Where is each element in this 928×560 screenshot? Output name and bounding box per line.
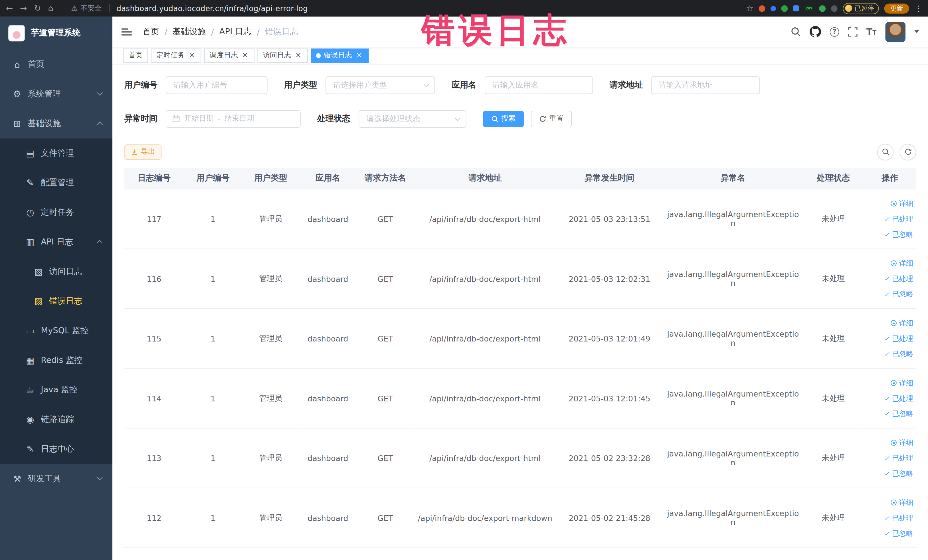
user-type-select[interactable]: 请选择用户类型 bbox=[325, 76, 435, 94]
tab-0[interactable]: 首页 bbox=[123, 48, 148, 63]
ignored-link[interactable]: ✓已忽略 bbox=[867, 346, 913, 362]
breadcrumb-item[interactable]: API 日志 bbox=[219, 26, 252, 37]
sidebar-item-config-management[interactable]: ✎配置管理 bbox=[0, 168, 112, 198]
paused-badge[interactable]: 已暂停 bbox=[843, 3, 879, 14]
cell-method: GET bbox=[357, 189, 414, 249]
browser-menu-icon[interactable]: ⋮ bbox=[914, 4, 922, 12]
sidebar-item-log-center[interactable]: ✎日志中心 bbox=[0, 435, 112, 464]
ignored-link[interactable]: ✓已忽略 bbox=[867, 287, 913, 302]
process-status-select[interactable]: 请选择处理状态 bbox=[359, 110, 466, 128]
detail-link[interactable]: 详细 bbox=[867, 435, 913, 450]
update-button[interactable]: 更新 bbox=[884, 3, 909, 13]
column-header: 请求方法名 bbox=[357, 168, 414, 189]
cell-url: /api/infra/db-doc/export-html bbox=[414, 309, 556, 369]
detail-link[interactable]: 详细 bbox=[867, 256, 913, 271]
reload-icon[interactable]: ↻ bbox=[34, 4, 41, 12]
detail-link[interactable]: 详细 bbox=[867, 375, 913, 391]
processed-link[interactable]: ✓已处理 bbox=[867, 450, 913, 466]
log-center-icon: ✎ bbox=[25, 444, 35, 455]
ignored-link[interactable]: ✓已忽略 bbox=[867, 525, 913, 541]
extension-on-badge[interactable]: on bbox=[804, 6, 814, 11]
tab-1[interactable]: 定时任务× bbox=[151, 48, 201, 63]
close-icon[interactable]: × bbox=[241, 51, 249, 60]
sidebar-item-api-logs[interactable]: ▥API 日志 bbox=[0, 227, 112, 257]
ignored-link[interactable]: ✓已忽略 bbox=[867, 227, 913, 242]
tab-4[interactable]: 错误日志× bbox=[311, 48, 369, 63]
back-icon[interactable]: ← bbox=[6, 4, 13, 12]
close-icon[interactable]: × bbox=[188, 51, 196, 60]
close-icon[interactable]: × bbox=[294, 51, 302, 60]
extension-icon[interactable] bbox=[831, 5, 838, 12]
sidebar-item-java-monitor[interactable]: ☕Java 监控 bbox=[0, 375, 112, 405]
processed-link[interactable]: ✓已处理 bbox=[867, 391, 913, 406]
paused-label: 已暂停 bbox=[855, 4, 874, 12]
processed-link[interactable]: ✓已处理 bbox=[867, 271, 913, 287]
sidebar-item-label: Java 监控 bbox=[41, 385, 78, 395]
hamburger-icon[interactable] bbox=[121, 28, 132, 35]
cell-actions: 详细✓已处理✓已忽略 bbox=[864, 428, 916, 488]
check-icon: ✓ bbox=[884, 530, 890, 537]
extension-icon[interactable] bbox=[781, 5, 788, 12]
detail-link[interactable]: 详细 bbox=[867, 196, 913, 211]
github-icon[interactable] bbox=[810, 26, 821, 37]
url-bar[interactable]: dashboard.yudao.iocoder.cn/infra/log/api… bbox=[116, 4, 308, 12]
date-range-picker[interactable]: 开始日期 - 结束日期 bbox=[166, 110, 301, 128]
extension-icon[interactable] bbox=[793, 5, 799, 11]
sidebar-item-file-management[interactable]: ▤文件管理 bbox=[0, 138, 112, 168]
chevron-down-icon bbox=[97, 475, 103, 481]
reset-button[interactable]: 重置 bbox=[531, 110, 572, 127]
avatar[interactable] bbox=[885, 22, 906, 42]
sidebar-item-label: 基础设施 bbox=[28, 118, 61, 129]
export-button[interactable]: 导出 bbox=[124, 144, 162, 159]
home-icon[interactable]: ⌂ bbox=[48, 4, 53, 12]
sidebar-item-infrastructure[interactable]: ⊞基础设施 bbox=[0, 109, 112, 139]
detail-link[interactable]: 详细 bbox=[867, 495, 913, 510]
cell-user_type: 管理员 bbox=[242, 249, 299, 309]
security-indicator[interactable]: ⚠ 不安全 bbox=[71, 3, 102, 13]
sidebar-item-access-logs[interactable]: ▧访问日志 bbox=[0, 257, 112, 287]
font-size-icon[interactable]: TT bbox=[866, 26, 876, 37]
check-icon: ✓ bbox=[884, 231, 890, 238]
extension-icon[interactable] bbox=[771, 6, 776, 11]
cell-time: 2021-05-02 21:45:28 bbox=[556, 488, 663, 548]
sidebar-item-system-management[interactable]: ⚙系统管理 bbox=[0, 79, 112, 109]
search-button[interactable]: 搜索 bbox=[483, 110, 524, 127]
breadcrumb-item[interactable]: 基础设施 bbox=[172, 26, 206, 37]
filter-app-name: 应用名 bbox=[452, 76, 593, 94]
sidebar-item-error-logs[interactable]: ▨错误日志 bbox=[0, 287, 112, 316]
processed-link[interactable]: ✓已处理 bbox=[867, 211, 913, 227]
detail-link[interactable]: 详细 bbox=[867, 316, 913, 331]
close-icon[interactable]: × bbox=[355, 51, 363, 60]
forward-icon[interactable]: → bbox=[20, 4, 27, 12]
toggle-search-button[interactable] bbox=[877, 143, 894, 160]
user-id-input[interactable] bbox=[166, 76, 267, 94]
sidebar-item-home[interactable]: ⌂首页 bbox=[0, 50, 112, 79]
app-name-input[interactable] bbox=[485, 76, 593, 94]
sidebar-item-redis-monitor[interactable]: ▦Redis 监控 bbox=[0, 346, 112, 375]
help-icon[interactable]: ? bbox=[830, 27, 839, 37]
ignored-link[interactable]: ✓已忽略 bbox=[867, 466, 913, 481]
extension-icon[interactable] bbox=[759, 5, 765, 12]
sidebar-item-mysql-monitor[interactable]: ▭MySQL 监控 bbox=[0, 316, 112, 346]
search-icon[interactable] bbox=[791, 27, 801, 37]
processed-link[interactable]: ✓已处理 bbox=[867, 331, 913, 346]
ignored-link[interactable]: ✓已忽略 bbox=[867, 406, 913, 421]
fullscreen-icon[interactable] bbox=[848, 27, 858, 37]
refresh-button[interactable] bbox=[899, 143, 916, 160]
caret-down-icon[interactable] bbox=[914, 31, 919, 34]
sidebar-item-dev-tools[interactable]: ⚒研发工具 bbox=[0, 464, 112, 493]
logo[interactable]: 芋道管理系统 bbox=[0, 17, 112, 50]
tab-2[interactable]: 调度日志× bbox=[204, 48, 255, 63]
request-url-label: 请求地址 bbox=[610, 79, 643, 90]
bookmark-star-icon[interactable]: ☆ bbox=[746, 4, 753, 12]
column-header: 请求地址 bbox=[414, 168, 556, 189]
scheduled-tasks-icon: ◷ bbox=[25, 207, 35, 218]
request-url-input[interactable] bbox=[651, 76, 760, 94]
tab-3[interactable]: 访问日志× bbox=[257, 48, 308, 63]
sidebar-item-scheduled-tasks[interactable]: ◷定时任务 bbox=[0, 198, 112, 227]
sidebar-item-trace[interactable]: ◉链路追踪 bbox=[0, 405, 112, 435]
cell-exception: java.lang.IllegalArgumentException bbox=[663, 189, 803, 249]
extension-icon[interactable] bbox=[819, 5, 826, 12]
breadcrumb-item[interactable]: 首页 bbox=[143, 26, 159, 37]
processed-link[interactable]: ✓已处理 bbox=[867, 510, 913, 525]
